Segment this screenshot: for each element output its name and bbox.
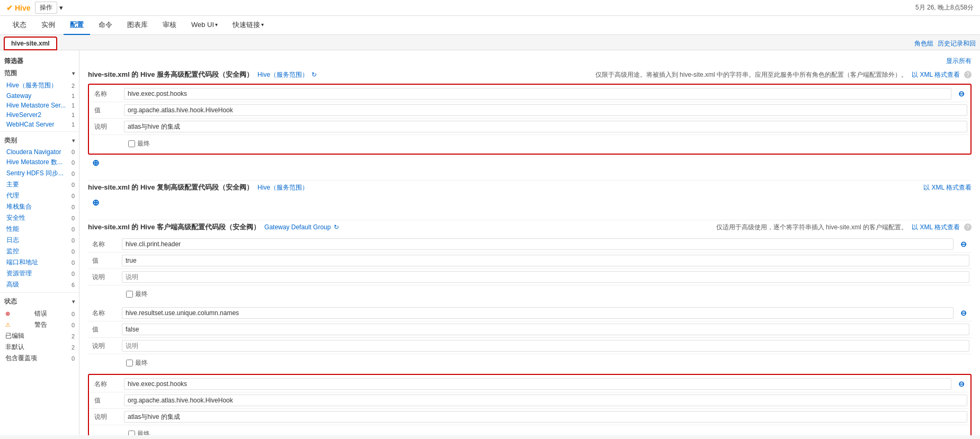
- client-advanced-help-icon[interactable]: ?: [964, 223, 972, 231]
- service-advanced-name-input-0[interactable]: [124, 88, 951, 100]
- client-advanced-value-input-2[interactable]: [124, 395, 967, 406]
- client-advanced-value-input-1[interactable]: [122, 324, 969, 335]
- service-advanced-value-input-0[interactable]: [124, 104, 967, 116]
- sidebar-item-override[interactable]: 包含覆盖项 0: [0, 353, 79, 364]
- sidebar-item-gateway[interactable]: Gateway 1: [0, 91, 79, 101]
- nav-audit[interactable]: 审核: [156, 16, 183, 35]
- sidebar-item-metastore-ser[interactable]: Hive Metastore Ser... 1: [0, 101, 79, 110]
- sidebar-section-scope-header[interactable]: 范围 ▾: [0, 67, 79, 80]
- sidebar-item-hiveserver2[interactable]: HiveServer2 1: [0, 110, 79, 120]
- nav-status[interactable]: 状态: [6, 16, 33, 35]
- sidebar-item-webhcat[interactable]: WebHCat Server 1: [0, 120, 79, 129]
- service-advanced-help-icon[interactable]: ?: [964, 71, 972, 78]
- collapse-icon-ca-1[interactable]: ⊖: [960, 309, 967, 317]
- error-icon: ⊗: [5, 310, 10, 317]
- client-advanced-final-label-1: 最终: [135, 359, 148, 368]
- sidebar-item-proxy[interactable]: 代理 0: [0, 190, 79, 201]
- sidebar-item-sentry-hdfs[interactable]: Sentry HDFS 同步... 0: [0, 168, 79, 179]
- sidebar-item-warn[interactable]: ⚠ 警告 0: [0, 319, 79, 330]
- client-advanced-final-checkbox-1[interactable]: [126, 360, 133, 366]
- sidebar-item-advanced[interactable]: 高级 6: [0, 279, 79, 290]
- client-advanced-final-cell-1: 最终: [120, 354, 972, 372]
- topbar: ✔ Hive 操作 ▾ 5月 26, 晚上8点58分: [0, 0, 980, 16]
- scope-title: 范围: [4, 69, 17, 78]
- service-advanced-desc-input-0[interactable]: [124, 121, 967, 132]
- sidebar-item-security[interactable]: 安全性 0: [0, 212, 79, 223]
- sidebar-item-ports[interactable]: 端口和地址 0: [0, 257, 79, 268]
- sidebar-item-override-label: 包含覆盖项: [5, 354, 37, 363]
- actions-button[interactable]: 操作: [35, 2, 57, 14]
- sidebar-item-resource-count: 0: [72, 271, 75, 277]
- nav-commands[interactable]: 命令: [92, 16, 119, 35]
- client-advanced-desc-input-0[interactable]: [122, 271, 969, 283]
- role-group-link[interactable]: 角色组: [914, 39, 933, 48]
- brand-check: ✔: [6, 4, 13, 12]
- client-advanced-name-label-1: 名称: [88, 305, 120, 321]
- sidebar-item-proxy-label: 代理: [6, 191, 19, 200]
- sidebar-item-hiveserver2-count: 1: [72, 112, 75, 118]
- sidebar-section-status-header[interactable]: 状态 ▾: [0, 295, 79, 308]
- sidebar-item-hive-service[interactable]: Hive（服务范围） 2: [0, 80, 79, 91]
- client-advanced-refresh-icon[interactable]: ↻: [334, 223, 339, 231]
- collapse-icon-0[interactable]: ⊖: [958, 89, 965, 98]
- client-advanced-desc-input-1[interactable]: [122, 340, 969, 352]
- client-advanced-final-label-cell-1: [88, 354, 120, 372]
- nav-charts[interactable]: 图表库: [121, 16, 154, 35]
- sidebar-section-category-header[interactable]: 类别 ▾: [0, 134, 79, 147]
- service-advanced-value-label-0: 值: [90, 102, 122, 119]
- nav-config[interactable]: 配置: [64, 16, 90, 35]
- sidebar-item-metastore-data[interactable]: Hive Metastore 数... 0: [0, 157, 79, 168]
- client-advanced-final-row-1: 最终: [88, 354, 972, 372]
- sidebar-item-resource-label: 资源管理: [6, 269, 32, 278]
- service-advanced-add-btn[interactable]: ⊕: [92, 158, 99, 167]
- client-advanced-name-input-0[interactable]: [122, 238, 954, 250]
- client-advanced-final-checkbox-2[interactable]: [128, 431, 135, 435]
- service-advanced-xml-link[interactable]: 以 XML 格式查看: [912, 70, 960, 79]
- sidebar-item-main[interactable]: 主要 0: [0, 179, 79, 190]
- sidebar-item-cloudera-nav[interactable]: Cloudera Navigator 0: [0, 147, 79, 157]
- sidebar-item-perf-count: 0: [72, 226, 75, 232]
- sidebar-item-resource[interactable]: 资源管理 0: [0, 268, 79, 279]
- client-advanced-name-cell-0: [120, 236, 956, 253]
- history-link[interactable]: 历史记录和回: [938, 39, 976, 48]
- replication-advanced-xml-link[interactable]: 以 XML 格式查看: [923, 183, 972, 192]
- service-advanced-right-text: 仅限于高级用途。将被插入到 hive-site.xml 中的字符串。应用至此服务…: [595, 70, 907, 79]
- nav-quicklinks-label: 快速链接: [233, 20, 260, 30]
- sidebar-item-sentry-hdfs-count: 0: [72, 171, 75, 177]
- sidebar-item-override-count: 0: [72, 355, 75, 362]
- sidebar-item-log[interactable]: 日志 0: [0, 235, 79, 246]
- sidebar-item-error[interactable]: ⊗ 错误 0: [0, 308, 79, 319]
- sidebar-item-security-label: 安全性: [6, 213, 25, 222]
- tab-hive-site-xml[interactable]: hive-site.xml: [4, 37, 57, 50]
- nav-webui[interactable]: Web UI ▾: [185, 16, 224, 35]
- client-advanced-value-row-2: 值: [90, 392, 969, 409]
- sidebar-item-hive-service-label: Hive（服务范围）: [6, 81, 57, 90]
- sidebar-item-nondefault[interactable]: 非默认 2: [0, 342, 79, 353]
- client-advanced-value-input-0[interactable]: [122, 255, 969, 266]
- display-all-link[interactable]: 显示所有: [946, 57, 972, 65]
- topbar-actions: 操作 ▾: [35, 2, 63, 14]
- sidebar-item-monitor-label: 监控: [6, 247, 19, 256]
- client-advanced-name-row-0: 名称 ⊖: [88, 236, 972, 253]
- nav-instances[interactable]: 实例: [35, 16, 61, 35]
- replication-advanced-add-btn[interactable]: ⊕: [92, 198, 99, 207]
- client-advanced-name-input-1[interactable]: [122, 307, 954, 319]
- sidebar-item-edited[interactable]: 已编辑 2: [0, 330, 79, 342]
- client-advanced-item-2-box: 名称 ⊖ 值 说明: [88, 374, 972, 435]
- collapse-icon-ca-0[interactable]: ⊖: [960, 240, 967, 248]
- service-advanced-final-checkbox-0[interactable]: [128, 140, 135, 147]
- collapse-icon-ca-2[interactable]: ⊖: [958, 380, 965, 388]
- service-advanced-desc-cell-0: [122, 119, 969, 135]
- sidebar-item-monitor[interactable]: 监控 0: [0, 246, 79, 257]
- client-advanced-final-row-0: 最终: [88, 285, 972, 303]
- client-advanced-collapse-1: ⊖: [956, 305, 972, 321]
- sidebar-item-perf[interactable]: 性能 0: [0, 223, 79, 235]
- client-advanced-desc-input-2[interactable]: [124, 411, 967, 423]
- client-advanced-final-checkbox-0[interactable]: [126, 291, 133, 298]
- client-advanced-desc-cell-2: [122, 409, 969, 425]
- client-advanced-xml-link[interactable]: 以 XML 格式查看: [912, 223, 960, 232]
- sidebar-item-stack[interactable]: 堆栈集合 0: [0, 201, 79, 212]
- nav-quicklinks[interactable]: 快速链接 ▾: [226, 16, 270, 35]
- client-advanced-name-input-2[interactable]: [124, 378, 951, 390]
- service-advanced-refresh-icon[interactable]: ↻: [311, 71, 317, 78]
